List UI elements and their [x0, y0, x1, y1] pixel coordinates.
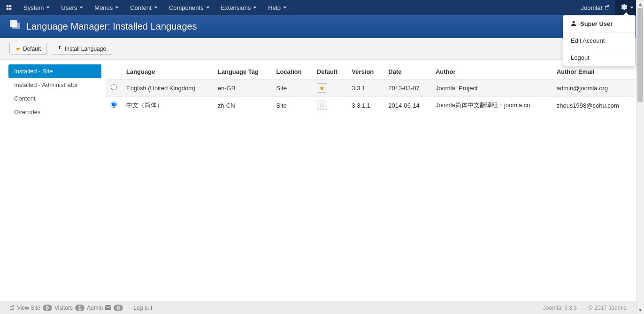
cell-language: English (United Kingdom) [122, 79, 213, 97]
footer: View Site 0 Visitors 1 Admin 0 — Log out… [0, 301, 636, 314]
cell-location: Site [271, 79, 312, 97]
nav-help[interactable]: Help [262, 0, 292, 15]
caret-icon [79, 7, 83, 8]
default-button-label: Default [23, 46, 41, 52]
cell-tag: en-GB [213, 79, 272, 97]
cell-email: admin@joomla.org [552, 79, 636, 97]
user-dropdown: Super User Edit Account Logout [563, 15, 636, 66]
toolbar: ★ Default Install Language [0, 38, 644, 60]
col-date[interactable]: Date [383, 64, 431, 79]
admin-badge: 1 [75, 305, 84, 311]
gear-icon [621, 4, 627, 12]
default-button[interactable]: ★ Default [9, 43, 47, 55]
col-tag[interactable]: Language Tag [213, 64, 272, 79]
cell-location: Site [271, 97, 312, 114]
user-icon [571, 20, 576, 27]
brand-label: Joomla! [581, 4, 602, 11]
cell-author: Joomla! Project [431, 79, 552, 97]
cell-email: zhous1998@sohu.com [552, 97, 636, 114]
upload-icon [57, 45, 62, 52]
svg-point-6 [573, 21, 575, 24]
cell-language: 中文（简体） [122, 97, 213, 114]
cell-version: 3.3.1.1 [347, 97, 383, 114]
svg-rect-5 [13, 23, 20, 29]
caret-icon [46, 7, 50, 8]
cell-date: 2014-06-14 [383, 97, 431, 114]
footer-visitors-label: Visitors [54, 305, 73, 311]
cell-version: 3.3.1 [347, 79, 383, 97]
footer-admin-label: Admin [87, 305, 103, 311]
dropdown-edit-account[interactable]: Edit Account [563, 32, 635, 49]
install-button-label: Install Language [65, 46, 106, 52]
scroll-down-arrow[interactable]: ▼ [636, 306, 644, 314]
external-link-icon [9, 305, 15, 311]
nav-items: System Users Menus Content Components Ex… [18, 0, 292, 15]
sidebar-item-content[interactable]: Content [8, 92, 101, 105]
footer-left: View Site 0 Visitors 1 Admin 0 — Log out [9, 305, 152, 311]
footer-messages[interactable]: 0 [105, 305, 123, 311]
footer-copyright: © 2017 Joomla [589, 305, 627, 311]
dropdown-logout[interactable]: Logout [563, 49, 635, 66]
footer-visitors[interactable]: 0 Visitors [43, 305, 73, 311]
messages-badge: 0 [114, 305, 123, 311]
nav-content[interactable]: Content [124, 0, 163, 15]
col-language[interactable]: Language [122, 64, 213, 79]
caret-icon [115, 7, 119, 8]
col-default[interactable]: Default [312, 64, 347, 79]
caret-icon [206, 7, 210, 8]
col-location[interactable]: Location [271, 64, 312, 79]
footer-logout[interactable]: Log out [133, 305, 152, 311]
col-version[interactable]: Version [347, 64, 383, 79]
footer-view-site[interactable]: View Site [9, 305, 40, 311]
table-row: English (United Kingdom) en-GB Site ★ 3.… [106, 79, 636, 97]
caret-icon [253, 7, 257, 8]
svg-rect-7 [105, 305, 111, 310]
cell-author: Joomla简体中文翻译组：joomla.cn [431, 97, 552, 114]
svg-point-0 [7, 5, 9, 8]
nav-right: Joomla! [575, 0, 639, 15]
cell-tag: zh-CN [213, 97, 272, 114]
dropdown-user-header: Super User [563, 16, 635, 32]
dropdown-user-label: Super User [580, 20, 613, 27]
star-icon: ★ [15, 46, 21, 52]
col-select [106, 64, 122, 79]
install-language-button[interactable]: Install Language [51, 43, 112, 55]
cell-date: 2013-03-07 [383, 79, 431, 97]
caret-icon [630, 7, 634, 8]
scroll-thumb[interactable] [637, 8, 643, 102]
content-wrap: Installed - Site Installed - Administrat… [0, 60, 644, 119]
default-star-button[interactable]: ☆ [317, 101, 327, 110]
default-star-button[interactable]: ★ [317, 83, 327, 93]
header-bar: Language Manager: Installed Languages [0, 15, 644, 38]
row-radio[interactable] [111, 102, 117, 108]
joomla-logo-icon[interactable] [5, 3, 13, 12]
mail-icon [105, 305, 111, 311]
sidebar-item-installed-admin[interactable]: Installed - Administrator [8, 78, 101, 92]
footer-right: Joomla! 3.3.3 — © 2017 Joomla [543, 305, 627, 311]
vertical-scrollbar[interactable]: ▲ ▼ [636, 0, 644, 314]
svg-point-2 [7, 8, 9, 10]
footer-version: Joomla! 3.3.3 [543, 305, 577, 311]
scroll-up-arrow[interactable]: ▲ [636, 0, 644, 8]
brand-link[interactable]: Joomla! [575, 4, 615, 11]
footer-admin[interactable]: 1 Admin [75, 305, 103, 311]
svg-point-1 [9, 5, 12, 8]
caret-icon [154, 7, 158, 8]
languages-table: Language Language Tag Location Default V… [106, 64, 636, 114]
visitors-badge: 0 [43, 305, 52, 311]
nav-menus[interactable]: Menus [89, 0, 124, 15]
nav-extensions[interactable]: Extensions [215, 0, 263, 15]
nav-users[interactable]: Users [55, 0, 89, 15]
sidebar-item-installed-site[interactable]: Installed - Site [8, 64, 101, 78]
sidebar-item-overrides[interactable]: Overrides [8, 105, 101, 119]
language-icon [9, 20, 21, 33]
nav-system[interactable]: System [18, 0, 55, 15]
col-email[interactable]: Author Email [552, 64, 636, 79]
page-title: Language Manager: Installed Languages [26, 21, 197, 32]
main: Language Language Tag Location Default V… [106, 64, 636, 119]
svg-point-3 [9, 8, 12, 10]
col-author[interactable]: Author [431, 64, 552, 79]
sidebar: Installed - Site Installed - Administrat… [8, 64, 101, 119]
row-radio[interactable] [111, 84, 117, 90]
nav-components[interactable]: Components [163, 0, 215, 15]
